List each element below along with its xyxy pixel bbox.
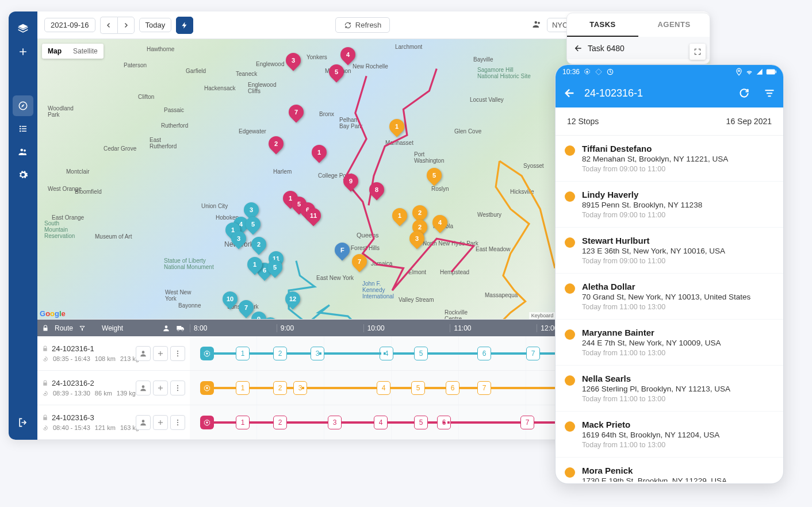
gantt-stop[interactable]: 1 (236, 416, 250, 429)
list-icon[interactable] (13, 118, 33, 139)
stop-item[interactable]: Maryanne Bainter 244 E 7th St, New York,… (556, 320, 783, 366)
route-start-icon (200, 416, 214, 429)
date-picker[interactable]: 2021-09-16 (44, 18, 95, 32)
truck-icon (176, 324, 185, 333)
gantt-stop[interactable]: 1 (236, 347, 250, 360)
svg-rect-5 (22, 130, 26, 132)
filter-icon[interactable] (764, 87, 775, 99)
gantt-stop[interactable]: 5 (411, 381, 425, 395)
stop-time: Today from 11:00 to 13:00 (582, 441, 772, 449)
gantt-stop[interactable]: 7 (526, 347, 540, 360)
route-start-icon (200, 347, 214, 360)
lock-icon (42, 325, 49, 332)
gantt-stop[interactable]: 2 (273, 347, 287, 360)
svg-point-26 (177, 389, 178, 390)
svg-rect-37 (767, 70, 775, 75)
stop-item[interactable]: Mack Prieto 1619 64th St, Brooklyn, NY 1… (556, 412, 783, 458)
stop-address: 82 Menahan St, Brooklyn, NY 11221, USA (582, 155, 772, 163)
assign-person-button[interactable] (136, 415, 151, 430)
map-type-toggle: Map Satellite (42, 44, 104, 59)
next-day-button[interactable] (117, 17, 135, 34)
stop-time: Today from 11:00 to 13:00 (582, 349, 772, 357)
assign-person-button[interactable] (136, 346, 151, 361)
stop-name: Maryanne Bainter (582, 328, 772, 337)
filter-icon[interactable] (79, 325, 86, 332)
fullscreen-button[interactable] (690, 44, 706, 60)
svg-point-21 (206, 352, 208, 355)
map-type-satellite[interactable]: Satellite (67, 44, 104, 59)
gantt-stop[interactable]: 1 (236, 381, 250, 395)
mobile-header: 24-102316-1 (556, 79, 783, 107)
gantt-stop[interactable]: 2 (273, 416, 287, 429)
location-icon (735, 68, 743, 76)
stop-name: Tiffani Destefano (582, 144, 772, 153)
logout-icon[interactable] (13, 412, 33, 433)
refresh-icon[interactable] (738, 87, 750, 99)
stop-list[interactable]: Tiffani Destefano 82 Menahan St, Brookly… (556, 136, 783, 482)
assign-person-button[interactable] (136, 381, 151, 395)
gantt-stop[interactable]: 5 (414, 416, 428, 429)
more-button[interactable] (170, 346, 185, 361)
add-stop-button[interactable] (153, 415, 168, 430)
gantt-stop[interactable]: 4 (377, 381, 390, 395)
stop-status-dot (565, 145, 575, 156)
svg-point-17 (142, 351, 145, 354)
tab-agents[interactable]: AGENTS (638, 13, 710, 37)
svg-point-22 (44, 393, 46, 394)
region-value: NYC (552, 21, 568, 29)
svg-rect-3 (22, 126, 26, 127)
gantt-stop[interactable]: 4 (374, 416, 388, 429)
svg-point-18 (177, 350, 178, 351)
person-icon (162, 324, 170, 332)
add-stop-button[interactable] (153, 346, 168, 361)
gear-icon (583, 68, 591, 76)
gear-icon[interactable] (13, 164, 33, 185)
svg-point-20 (177, 355, 178, 356)
svg-point-8 (534, 21, 537, 24)
stop-item[interactable]: Lindy Haverly 8915 Penn St. Brooklyn, NY… (556, 182, 783, 228)
mobile-status-bar: 10:36 (556, 65, 783, 79)
svg-point-31 (177, 421, 178, 422)
stop-item[interactable]: Mora Penick 1730 E 19th St, Brooklyn, NY… (556, 458, 783, 482)
gantt-stop[interactable]: 5 (414, 347, 428, 360)
stop-item[interactable]: Aletha Dollar 70 Grand St, New York, NY … (556, 274, 783, 320)
stop-time: Today from 09:00 to 11:00 (582, 257, 772, 265)
svg-point-16 (44, 358, 46, 360)
layers-icon[interactable] (13, 18, 33, 39)
plus-icon[interactable] (13, 41, 33, 62)
svg-point-27 (206, 387, 208, 389)
stop-item[interactable]: Stewart Hurlburt 123 E 36th St, New York… (556, 228, 783, 274)
gantt-stop[interactable]: 2 (273, 381, 287, 395)
mobile-date: 16 Sep 2021 (726, 117, 772, 126)
gantt-stop[interactable]: 7 (520, 416, 534, 429)
svg-point-36 (738, 70, 740, 72)
today-button[interactable]: Today (139, 18, 172, 32)
people-icon[interactable] (13, 141, 33, 162)
mobile-device: 10:36 24-102316-1 12 Stops 16 Sep 2021 T… (555, 64, 784, 484)
svg-point-34 (586, 71, 588, 73)
more-button[interactable] (170, 415, 185, 430)
stop-item[interactable]: Nella Searls 1266 Sterling Pl, Brooklyn,… (556, 366, 783, 412)
stop-item[interactable]: Tiffani Destefano 82 Menahan St, Brookly… (556, 136, 783, 182)
compass-icon[interactable] (13, 95, 33, 116)
svg-point-24 (177, 385, 178, 386)
tab-tasks[interactable]: TASKS (567, 13, 638, 37)
stop-name: Mora Penick (582, 466, 772, 475)
stop-status-dot (565, 421, 575, 432)
map-type-map[interactable]: Map (42, 44, 67, 59)
stop-time: Today from 09:00 to 11:00 (582, 211, 772, 219)
more-button[interactable] (170, 381, 185, 395)
gantt-stop[interactable]: 6 (446, 381, 459, 395)
mobile-title: 24-102316-1 (584, 87, 730, 99)
prev-day-button[interactable] (100, 17, 117, 34)
gantt-stop[interactable]: 6 (477, 347, 491, 360)
back-icon[interactable] (564, 87, 576, 99)
svg-point-23 (142, 385, 145, 388)
refresh-button[interactable]: Refresh (335, 17, 390, 33)
stop-name: Lindy Haverly (582, 190, 772, 199)
stop-status-dot (565, 191, 575, 202)
gantt-stop[interactable]: 7 (477, 381, 491, 395)
add-stop-button[interactable] (153, 381, 168, 395)
gantt-stop[interactable]: 3 (328, 416, 342, 429)
optimize-button[interactable] (176, 17, 193, 34)
